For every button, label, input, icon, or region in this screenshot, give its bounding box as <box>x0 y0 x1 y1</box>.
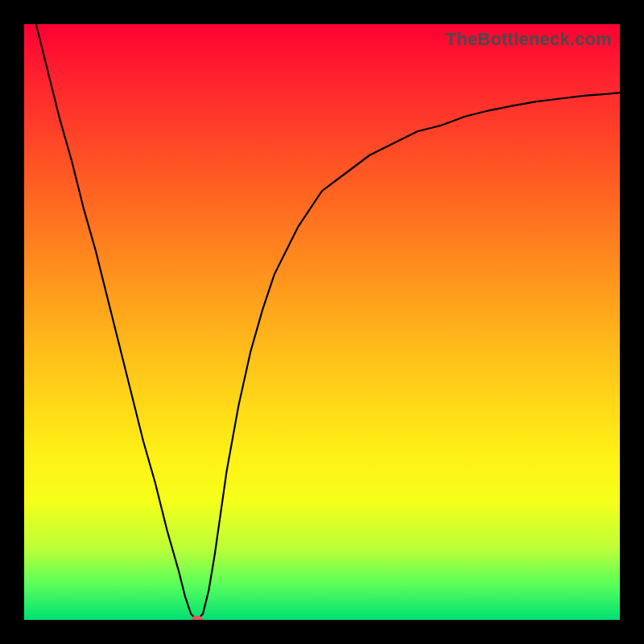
chart-frame: TheBottleneck.com <box>0 0 644 644</box>
bottleneck-curve <box>36 24 620 620</box>
optimal-point-marker <box>192 616 203 620</box>
plot-area: TheBottleneck.com <box>24 24 620 620</box>
curve-layer <box>24 24 620 620</box>
watermark-text: TheBottleneck.com <box>446 29 612 50</box>
